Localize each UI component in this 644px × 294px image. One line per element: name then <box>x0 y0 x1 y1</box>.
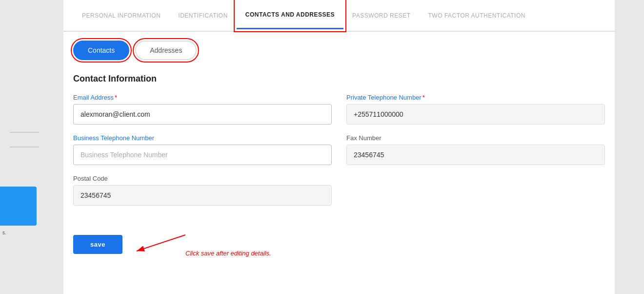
save-button[interactable]: save <box>73 235 122 254</box>
postal-code-form-group: Postal Code <box>73 175 332 206</box>
arrow-annotation-icon <box>132 232 190 262</box>
fax-form-group: Fax Number <box>346 134 605 165</box>
sidebar-blue-block <box>0 187 37 226</box>
email-input[interactable] <box>73 104 332 125</box>
main-content: PERSONAL INFORMATION IDENTIFICATION CONT… <box>63 0 615 294</box>
fax-label: Fax Number <box>346 134 605 142</box>
contacts-toggle-button[interactable]: Contacts <box>73 41 129 60</box>
email-required: * <box>115 94 117 101</box>
contact-form: Contact Information Email Address* Priva… <box>63 69 615 230</box>
form-row-1: Email Address* Private Telephone Number* <box>73 94 605 125</box>
email-form-group: Email Address* <box>73 94 332 125</box>
tab-identification[interactable]: IDENTIFICATION <box>169 2 236 29</box>
sidebar-text: s. <box>2 230 6 235</box>
private-telephone-label: Private Telephone Number* <box>346 94 605 101</box>
email-label: Email Address* <box>73 94 332 101</box>
tab-contacts[interactable]: CONTACTS AND ADDRESSES <box>237 1 343 29</box>
business-telephone-input[interactable] <box>73 145 332 165</box>
annotation-text: Click save after editing details. <box>185 250 271 257</box>
form-row-3: Postal Code <box>73 175 605 206</box>
sidebar-line-1 <box>10 132 39 133</box>
postal-code-input[interactable] <box>73 185 332 206</box>
tab-twofactor[interactable]: TWO FACTOR AUTHENTICATION <box>420 2 534 29</box>
sidebar: s. <box>0 0 63 294</box>
toggle-section: Contacts Addresses <box>63 32 615 69</box>
right-stub <box>615 0 644 294</box>
postal-code-label: Postal Code <box>73 175 332 182</box>
form-row-2: Business Telephone Number Fax Number <box>73 134 605 165</box>
annotation-wrapper: save Click save after editing details. <box>73 235 122 254</box>
save-section: save Click save after editing details. <box>63 230 615 269</box>
private-tel-required: * <box>423 94 425 101</box>
tab-personal[interactable]: PERSONAL INFORMATION <box>73 2 169 29</box>
business-telephone-form-group: Business Telephone Number <box>73 134 332 165</box>
svg-line-1 <box>137 235 185 251</box>
private-telephone-input[interactable] <box>346 104 605 125</box>
addresses-toggle-button[interactable]: Addresses <box>135 41 197 60</box>
business-telephone-label: Business Telephone Number <box>73 134 332 142</box>
tab-password[interactable]: PASSWORD RESET <box>343 2 419 29</box>
sidebar-line-2 <box>10 147 39 147</box>
form-title: Contact Information <box>73 74 605 84</box>
fax-input[interactable] <box>346 145 605 165</box>
tab-navigation: PERSONAL INFORMATION IDENTIFICATION CONT… <box>63 0 615 32</box>
private-telephone-form-group: Private Telephone Number* <box>346 94 605 125</box>
